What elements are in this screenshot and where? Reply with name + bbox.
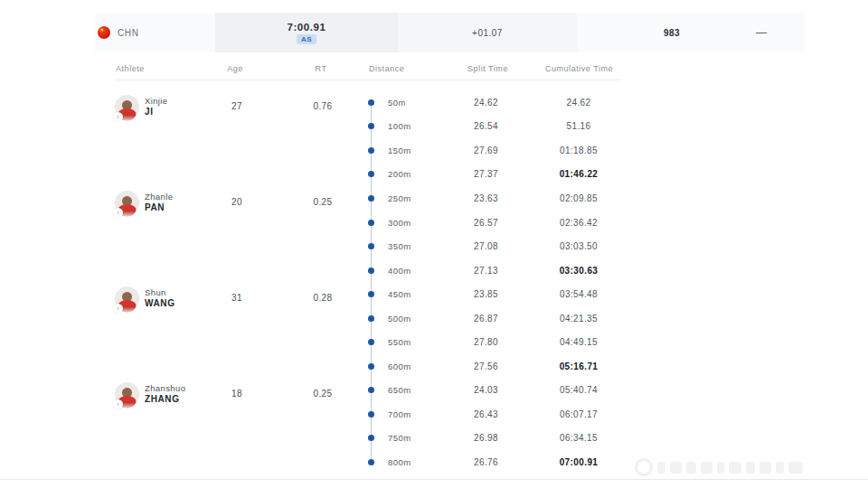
watermark-logo-icon xyxy=(635,458,653,476)
cumulative-time: 05:40.74 xyxy=(529,385,628,395)
split-time: 27.56 xyxy=(443,361,529,371)
avatar[interactable]: › xyxy=(115,95,139,119)
athlete-row: › Shun WANG 31 0.28 xyxy=(115,285,368,319)
column-header-distance: Distance xyxy=(369,64,404,73)
athlete-name: Xinjie JI xyxy=(145,96,168,117)
avatar[interactable]: › xyxy=(115,382,139,407)
arrow-icon: › xyxy=(113,208,123,218)
dot-icon xyxy=(368,387,374,393)
dot-icon xyxy=(368,220,374,226)
split-time: 26.43 xyxy=(443,409,529,419)
cumulative-time-leg-final: 07:00.91 xyxy=(529,457,628,467)
cumulative-time-leg-final: 03:30.63 xyxy=(529,266,628,276)
split-row: 750m 26.98 06:34.15 xyxy=(363,427,653,451)
results-table-body: › Xinjie JI 27 0.76 › Zhanle PAN 20 0.25 xyxy=(95,90,845,474)
bottom-divider xyxy=(0,479,868,480)
athlete-age: 31 xyxy=(214,293,259,303)
athlete-last-name: JI xyxy=(145,107,168,118)
split-distance: 100m xyxy=(380,121,443,131)
cumulative-time: 24.62 xyxy=(529,98,628,108)
avatar[interactable]: › xyxy=(115,191,139,215)
split-distance: 50m xyxy=(380,98,443,108)
avatar[interactable]: › xyxy=(115,286,139,311)
team-code: CHN xyxy=(118,28,138,38)
split-time: 27.69 xyxy=(443,145,529,155)
athlete-reaction-time: 0.76 xyxy=(300,101,345,111)
dot-icon xyxy=(368,315,374,322)
athlete-first-name: Zhanshuo xyxy=(145,383,185,394)
split-row: 500m 26.87 04:21.35 xyxy=(363,306,653,331)
split-distance: 450m xyxy=(380,289,443,299)
split-time: 27.13 xyxy=(443,266,529,276)
athlete-age: 20 xyxy=(214,197,259,207)
split-distance: 350m xyxy=(380,241,443,251)
cumulative-time: 51.16 xyxy=(529,121,628,131)
splits-timeline: 50m 24.62 24.62 100m 26.54 51.16 150m 27… xyxy=(363,90,653,474)
gap-to-leader: +01.07 xyxy=(472,28,503,38)
dot-icon xyxy=(368,435,374,441)
cumulative-time: 06:07.17 xyxy=(529,409,628,419)
athlete-last-name: ZHANG xyxy=(145,394,185,406)
watermark xyxy=(635,455,852,479)
split-time: 24.03 xyxy=(443,385,529,395)
split-distance: 300m xyxy=(380,218,443,228)
final-time: 7:00.91 xyxy=(287,22,326,33)
collapse-button[interactable]: — xyxy=(750,22,772,43)
athlete-first-name: Xinjie xyxy=(145,96,168,107)
column-header-athlete: Athlete xyxy=(116,64,145,73)
dot-icon xyxy=(368,291,374,297)
team-cell: CHN xyxy=(95,13,215,52)
cumulative-time: 02:36.42 xyxy=(529,218,628,228)
split-time: 24.62 xyxy=(443,98,529,108)
column-header-age: Age xyxy=(217,64,253,73)
dot-icon xyxy=(368,195,374,202)
split-row: 700m 26.43 06:07.17 xyxy=(363,402,653,427)
split-row: 800m 26.76 07:00.91 xyxy=(363,450,653,474)
dot-icon xyxy=(368,411,374,418)
athlete-first-name: Zhanle xyxy=(145,192,173,202)
cumulative-time: 03:03.50 xyxy=(529,241,628,251)
cumulative-time: 04:49.15 xyxy=(529,337,628,347)
split-time: 27.80 xyxy=(443,337,529,347)
split-time: 26.54 xyxy=(443,121,529,131)
dot-icon xyxy=(368,243,374,249)
split-time: 26.57 xyxy=(443,218,529,228)
split-distance: 650m xyxy=(380,385,443,395)
athlete-row: › Zhanshuo ZHANG 18 0.25 xyxy=(115,380,368,415)
team-summary-row: CHN 7:00.91 AS +01.07 983 — xyxy=(95,13,805,52)
cumulative-time: 01:18.85 xyxy=(529,145,628,155)
athlete-reaction-time: 0.28 xyxy=(300,293,345,303)
dot-icon xyxy=(368,363,374,370)
cumulative-time-leg-final: 01:46.22 xyxy=(529,169,628,179)
split-row: 200m 27.37 01:46.22 xyxy=(363,163,653,187)
points-cell: 983 — xyxy=(577,13,805,52)
split-distance: 800m xyxy=(380,457,443,467)
final-time-cell: 7:00.91 AS xyxy=(215,13,398,52)
split-time: 27.37 xyxy=(443,169,529,179)
split-distance: 250m xyxy=(380,193,443,203)
split-distance: 750m xyxy=(380,433,443,443)
split-distance: 200m xyxy=(380,169,443,179)
athlete-reaction-time: 0.25 xyxy=(300,389,345,399)
china-flag-icon xyxy=(98,26,110,39)
split-distance: 600m xyxy=(380,361,443,371)
column-header-split-time: Split Time xyxy=(445,64,531,73)
cumulative-time: 03:54.48 xyxy=(529,289,628,299)
split-time: 26.87 xyxy=(443,314,529,324)
split-row: 600m 27.56 05:16.71 xyxy=(363,354,653,379)
column-header-rt: RT xyxy=(303,64,339,73)
cumulative-time: 04:21.35 xyxy=(529,314,628,324)
dot-icon xyxy=(368,267,374,274)
gap-cell: +01.07 xyxy=(398,13,577,52)
cumulative-time-leg-final: 05:16.71 xyxy=(529,361,628,371)
split-row: 450m 23.85 03:54.48 xyxy=(363,282,653,306)
split-time: 26.76 xyxy=(443,457,529,467)
split-time: 27.08 xyxy=(443,241,529,251)
split-row: 350m 27.08 03:03.50 xyxy=(363,234,653,258)
dot-icon xyxy=(368,147,374,154)
arrow-icon: › xyxy=(113,399,123,409)
arrow-icon: › xyxy=(113,304,123,314)
athlete-name: Zhanle PAN xyxy=(145,192,173,213)
split-time: 23.63 xyxy=(443,193,529,203)
split-row: 150m 27.69 01:18.85 xyxy=(363,138,653,163)
